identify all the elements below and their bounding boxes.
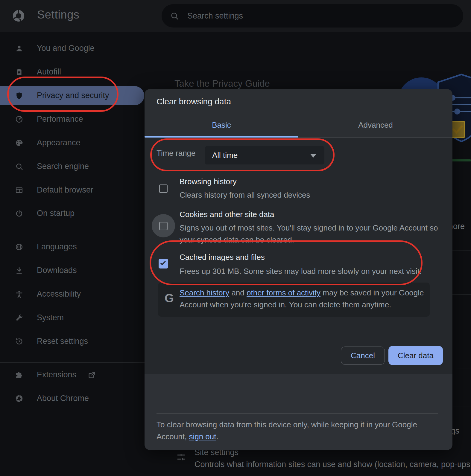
footer-text: To clear browsing data from this device … (157, 419, 435, 443)
notice-text-fragment: and (229, 288, 247, 297)
site-settings-description: Controls what information sites can use … (195, 460, 471, 469)
tab-advanced[interactable]: Advanced (299, 117, 452, 138)
sidebar-item-about-chrome[interactable]: About Chrome (0, 389, 145, 408)
clear-data-button[interactable]: Clear data (388, 346, 443, 365)
performance-icon (15, 115, 23, 123)
sidebar-item-label: On startup (37, 209, 75, 218)
sidebar-item-label: Performance (37, 115, 83, 124)
sidebar-item-on-startup[interactable]: On startup (0, 204, 145, 223)
languages-icon (15, 243, 23, 251)
accessibility-icon (15, 290, 23, 298)
cancel-button[interactable]: Cancel (341, 347, 385, 365)
tab-basic[interactable]: Basic (145, 117, 298, 138)
row-divider (452, 407, 471, 407)
sidebar-item-accessibility[interactable]: Accessibility (0, 285, 145, 304)
reset-settings-icon (15, 337, 23, 346)
other-activity-link[interactable]: other forms of activity (247, 288, 320, 297)
sidebar-item-you-and-google[interactable]: You and Google (0, 39, 145, 58)
sidebar-item-downloads[interactable]: Downloads (0, 261, 145, 280)
sidebar-item-reset-settings[interactable]: Reset settings (0, 332, 145, 351)
sidebar-item-system[interactable]: System (0, 308, 145, 327)
on-startup-icon (15, 209, 23, 218)
appearance-icon (15, 139, 23, 147)
row-divider (452, 368, 471, 368)
default-browser-icon (15, 186, 23, 194)
search-history-link[interactable]: Search history (180, 288, 229, 297)
site-settings-icon (176, 452, 186, 462)
sidebar-item-label: Appearance (37, 138, 80, 147)
search-input[interactable] (187, 4, 450, 28)
chrome-settings-page: Settings You and Google Autofill Privacy… (0, 0, 471, 476)
sidebar-item-label: Search engine (37, 162, 89, 171)
sidebar-item-label: About Chrome (37, 394, 89, 403)
annotation-circle-time-range (150, 138, 335, 171)
row-divider (452, 250, 471, 251)
option-title: Cookies and other site data (180, 210, 274, 219)
privacy-guide-heading: Take the Privacy Guide (174, 78, 270, 89)
autofill-icon (15, 68, 23, 76)
settings-search-bar[interactable] (162, 4, 463, 28)
sidebar-item-label: Downloads (37, 266, 77, 275)
sidebar-item-performance[interactable]: Performance (0, 110, 145, 129)
cookies-checkbox[interactable] (159, 222, 168, 230)
sign-out-link[interactable]: sign out (189, 432, 216, 441)
about-chrome-icon (15, 394, 23, 403)
sidebar-divider (0, 362, 145, 363)
footer-divider (157, 414, 438, 414)
sidebar-divider (0, 231, 145, 231)
google-g-icon: G (165, 292, 174, 305)
dialog-footer: To clear browsing data from this device … (145, 374, 452, 450)
option-title: Browsing history (180, 177, 237, 186)
sidebar-item-label: Extensions (37, 370, 76, 379)
footer-text-fragment: . (216, 432, 218, 441)
row-divider (452, 294, 471, 295)
sidebar-item-label: Languages (37, 242, 77, 251)
system-icon (15, 314, 23, 322)
search-icon (170, 11, 179, 20)
sidebar-item-label: Default browser (37, 185, 93, 195)
sidebar-item-appearance[interactable]: Appearance (0, 133, 145, 152)
dialog-header: Clear browsing data Basic Advanced (145, 89, 452, 138)
extensions-icon (15, 371, 23, 379)
downloads-icon (15, 266, 23, 275)
external-link-icon (87, 370, 96, 379)
sidebar-item-extensions[interactable]: Extensions (0, 365, 145, 385)
browsing-history-checkbox[interactable] (159, 184, 168, 193)
chrome-logo-icon (11, 9, 26, 23)
sidebar-item-label: System (37, 313, 64, 322)
annotation-circle-privacy-and-security (7, 77, 118, 112)
notice-text: Search history and other forms of activi… (180, 287, 431, 311)
sidebar-item-label: Autofill (37, 67, 61, 77)
page-title: Settings (37, 8, 79, 21)
annotation-circle-cached-images (150, 240, 423, 285)
sidebar-item-default-browser[interactable]: Default browser (0, 181, 145, 200)
sidebar-item-search-engine[interactable]: Search engine (0, 157, 145, 176)
sidebar-item-label: Reset settings (37, 337, 88, 346)
sidebar-item-languages[interactable]: Languages (0, 237, 145, 257)
user-icon (15, 44, 23, 53)
google-account-notice: G Search history and other forms of acti… (158, 283, 430, 317)
search-engine-icon (15, 162, 23, 171)
settings-header: Settings (0, 0, 471, 32)
sidebar-item-label: Accessibility (37, 289, 81, 299)
option-description: Clears history from all synced devices (180, 189, 310, 201)
dialog-title: Clear browsing data (157, 97, 231, 106)
sidebar-item-label: You and Google (37, 44, 95, 53)
